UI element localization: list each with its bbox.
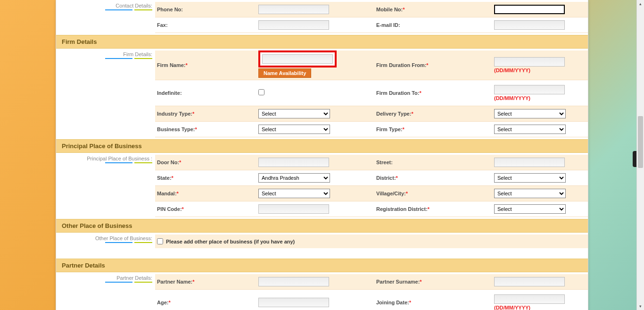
label-ppob-mandal: Mandal:* <box>155 187 256 200</box>
label-mobile-no: Mobile No:* <box>374 3 492 16</box>
label-ppob-street: Street: <box>374 156 492 169</box>
partner-name-input[interactable] <box>258 277 329 286</box>
phone-no-input[interactable] <box>258 5 329 14</box>
industry-type-select[interactable]: Select <box>258 109 330 118</box>
other-place-checkbox-label: Please add other place of business (if y… <box>166 239 295 244</box>
scroll-thumb[interactable] <box>638 116 643 168</box>
label-industry-type: Industry Type:* <box>155 107 256 120</box>
ppob-pin-input[interactable] <box>258 204 329 214</box>
partner-age-input[interactable] <box>258 298 329 307</box>
sidebar-label-other: Other Place of Business: <box>95 233 155 259</box>
firm-type-select[interactable]: Select <box>494 125 566 134</box>
label-duration-from: Firm Duration From:* <box>374 59 492 72</box>
duration-to-input[interactable] <box>494 85 565 94</box>
label-ppob-pin: PIN Code:* <box>155 202 256 216</box>
section-partner-details: Partner Details <box>56 259 588 272</box>
label-ppob-door: Door No:* <box>155 156 256 169</box>
label-duration-to: Firm Duration To:* <box>374 86 492 100</box>
label-business-type: Business Type:* <box>155 123 256 136</box>
label-fax: Fax: <box>155 18 256 32</box>
email-input[interactable] <box>494 20 565 30</box>
ppob-village-select[interactable]: Select <box>494 189 566 198</box>
date-hint-from: (DD/MM/YYYY) <box>494 67 580 73</box>
label-ppob-village: Village/City:* <box>374 187 492 200</box>
date-hint-join: (DD/MM/YYYY) <box>494 305 580 310</box>
label-ppob-district: District:* <box>374 171 492 184</box>
ppob-regdist-select[interactable]: Select <box>494 204 566 214</box>
other-place-checkbox[interactable] <box>157 238 163 244</box>
label-partner-name: Partner Name:* <box>155 275 256 288</box>
scroll-up-arrow-icon[interactable]: ▴ <box>637 0 644 8</box>
scroll-down-arrow-icon[interactable]: ▾ <box>637 302 644 310</box>
label-ppob-regdist: Registration District:* <box>374 202 492 216</box>
label-indefinite: Indefinite: <box>155 86 256 100</box>
label-ppob-state: State:* <box>155 171 256 184</box>
label-partner-age: Age:* <box>155 296 256 309</box>
duration-from-input[interactable] <box>494 57 565 67</box>
label-partner-surname: Partner Surname:* <box>374 275 492 288</box>
sidebar-label-partner: Partner Details: <box>105 272 155 310</box>
ppob-state-select[interactable]: Andhra Pradesh <box>258 173 330 183</box>
firm-name-input[interactable] <box>262 54 333 64</box>
fax-input[interactable] <box>258 20 329 30</box>
sidebar-label-contact: Contact Details: <box>105 0 155 35</box>
ppob-district-select[interactable]: Select <box>494 173 566 183</box>
firm-name-highlight <box>258 50 337 67</box>
partner-surname-input[interactable] <box>494 277 565 286</box>
label-delivery-type: Delivery Type:* <box>374 107 492 120</box>
partner-joining-input[interactable] <box>494 294 565 304</box>
side-tab-icon[interactable] <box>633 151 636 167</box>
vertical-scrollbar[interactable]: ▴ ▾ <box>636 0 644 310</box>
scroll-track[interactable] <box>637 8 644 302</box>
name-availability-button[interactable]: Name Availability <box>258 68 311 78</box>
label-firm-type: Firm Type:* <box>374 123 492 136</box>
mobile-no-input[interactable] <box>494 5 565 14</box>
label-partner-joining: Joining Date:* <box>374 296 492 309</box>
section-other-place: Other Place of Business <box>56 219 588 233</box>
sidebar-label-principal: Principal Place of Business : <box>87 153 155 219</box>
delivery-type-select[interactable]: Select <box>494 109 566 118</box>
ppob-street-input[interactable] <box>494 158 565 167</box>
indefinite-checkbox[interactable] <box>258 89 264 95</box>
label-email: E-mail ID: <box>374 18 492 32</box>
label-phone-no: Phone No: <box>155 3 256 16</box>
section-principal-place: Principal Place of Business <box>56 139 588 153</box>
date-hint-to: (DD/MM/YYYY) <box>494 95 580 101</box>
section-firm-details: Firm Details <box>56 35 588 49</box>
business-type-select[interactable]: Select <box>258 125 330 134</box>
sidebar-label-firm: Firm Details: <box>105 49 155 139</box>
label-firm-name: Firm Name:* <box>155 59 256 72</box>
ppob-mandal-select[interactable]: Select <box>258 189 330 198</box>
ppob-door-input[interactable] <box>258 158 329 167</box>
